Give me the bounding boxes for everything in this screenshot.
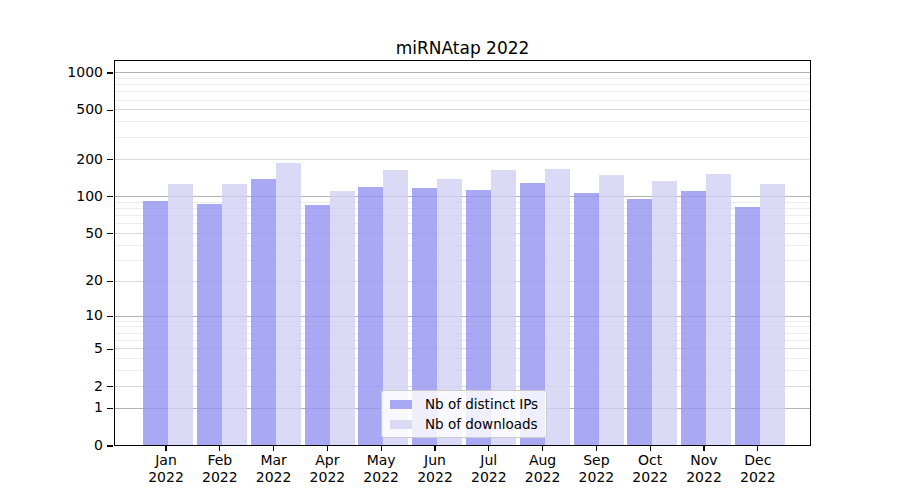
y-tick-1 (107, 408, 113, 409)
bar-distinct-ips-feb (197, 204, 222, 445)
x-tick-sep (596, 446, 597, 451)
x-tick-nov (703, 446, 704, 451)
gridline-200 (115, 159, 810, 160)
x-tick-apr (327, 446, 328, 451)
x-tick-label-dec: Dec 2022 (726, 452, 790, 486)
y-tick-label-5: 5 (0, 341, 103, 356)
legend-label-distinct-ips: Nb of distinct IPs (425, 394, 538, 414)
y-tick-label-1: 1 (0, 400, 103, 415)
y-tick-0 (107, 445, 113, 446)
figure: miRNAtap 2022 Nb of distinct IPs Nb of d… (0, 0, 900, 500)
y-tick-2 (107, 386, 113, 387)
x-tick-jan (165, 446, 166, 451)
y-tick-20 (107, 281, 113, 282)
bar-downloads-aug (545, 169, 570, 445)
gridline-900 (115, 78, 810, 79)
y-tick-10 (107, 316, 113, 317)
gridline-700 (115, 91, 810, 92)
y-tick-label-20: 20 (0, 273, 103, 288)
gridline-500 (115, 109, 810, 110)
y-tick-label-0: 0 (0, 438, 103, 453)
bar-downloads-dec (760, 184, 785, 445)
legend-item-downloads: Nb of downloads (390, 414, 538, 434)
y-tick-label-200: 200 (0, 152, 103, 167)
bar-distinct-ips-may (358, 187, 383, 445)
x-tick-may (381, 446, 382, 451)
y-tick-label-1000: 1000 (0, 65, 103, 80)
bar-distinct-ips-sep (574, 193, 599, 445)
bar-distinct-ips-mar (251, 179, 276, 445)
x-tick-jul (488, 446, 489, 451)
plot-area: Nb of distinct IPs Nb of downloads (114, 60, 811, 446)
bar-distinct-ips-oct (627, 199, 652, 445)
y-tick-label-10: 10 (0, 308, 103, 323)
gridline-400 (115, 121, 810, 122)
bar-downloads-mar (276, 163, 301, 445)
bar-distinct-ips-dec (735, 207, 760, 446)
legend-item-distinct-ips: Nb of distinct IPs (390, 394, 538, 414)
bar-downloads-feb (222, 184, 247, 446)
bar-downloads-sep (599, 175, 624, 445)
y-tick-1000 (107, 72, 113, 73)
x-tick-mar (273, 446, 274, 451)
y-tick-500 (107, 110, 113, 111)
y-tick-label-500: 500 (0, 102, 103, 117)
y-tick-5 (107, 349, 113, 350)
y-tick-200 (107, 159, 113, 160)
bar-distinct-ips-nov (681, 191, 706, 445)
bar-distinct-ips-apr (305, 205, 330, 446)
x-tick-oct (650, 446, 651, 451)
x-tick-jun (434, 446, 435, 451)
gridline-1000 (115, 72, 810, 73)
gridline-600 (115, 100, 810, 101)
y-tick-label-100: 100 (0, 189, 103, 204)
legend-swatch-distinct-ips (390, 400, 412, 409)
gridline-800 (115, 84, 810, 85)
legend-label-downloads: Nb of downloads (425, 414, 538, 434)
bar-downloads-nov (706, 174, 731, 445)
x-tick-aug (542, 446, 543, 451)
x-tick-dec (757, 446, 758, 451)
x-tick-feb (219, 446, 220, 451)
bar-downloads-oct (652, 181, 677, 445)
legend: Nb of distinct IPs Nb of downloads (381, 390, 547, 438)
y-tick-label-2: 2 (0, 379, 103, 394)
chart-title: miRNAtap 2022 (114, 37, 811, 59)
gridline-300 (115, 137, 810, 138)
y-tick-50 (107, 233, 113, 234)
bar-downloads-jan (168, 184, 193, 446)
y-tick-100 (107, 196, 113, 197)
y-tick-label-50: 50 (0, 226, 103, 241)
bar-downloads-apr (330, 191, 355, 445)
bar-distinct-ips-jan (143, 201, 168, 445)
legend-swatch-downloads (390, 420, 412, 429)
